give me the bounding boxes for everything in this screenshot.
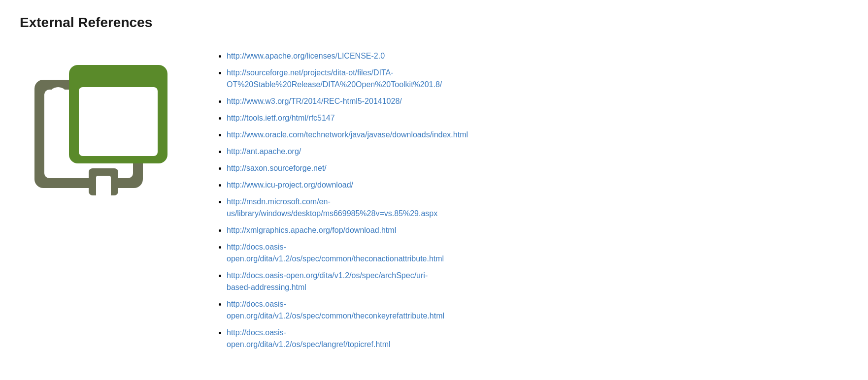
- content-area: http://www.apache.org/licenses/LICENSE-2…: [20, 45, 848, 355]
- list-item: http://docs.oasis-open.org/dita/v1.2/os/…: [227, 241, 848, 265]
- link-ietf-rfc5147[interactable]: http://tools.ietf.org/html/rfc5147: [227, 114, 335, 122]
- list-item: http://sourceforge.net/projects/dita-ot/…: [227, 67, 848, 91]
- links-list-container: http://www.apache.org/licenses/LICENSE-2…: [217, 45, 848, 355]
- dita-icon: [25, 50, 182, 208]
- list-item: http://tools.ietf.org/html/rfc5147: [227, 112, 848, 124]
- link-oasis-topicref[interactable]: http://docs.oasis-open.org/dita/v1.2/os/…: [227, 328, 391, 348]
- link-sourceforge-dita[interactable]: http://sourceforge.net/projects/dita-ot/…: [227, 68, 442, 89]
- link-oasis-conkeyref[interactable]: http://docs.oasis-open.org/dita/v1.2/os/…: [227, 300, 444, 320]
- list-item: http://www.apache.org/licenses/LICENSE-2…: [227, 50, 848, 62]
- page-title: External References: [20, 15, 848, 31]
- link-saxon[interactable]: http://saxon.sourceforge.net/: [227, 164, 327, 172]
- external-links-list: http://www.apache.org/licenses/LICENSE-2…: [217, 50, 848, 350]
- list-item: http://ant.apache.org/: [227, 146, 848, 158]
- link-ant-apache[interactable]: http://ant.apache.org/: [227, 147, 301, 156]
- list-item: http://docs.oasis-open.org/dita/v1.2/os/…: [227, 298, 848, 322]
- icon-container: [20, 45, 187, 213]
- link-oasis-conaction[interactable]: http://docs.oasis-open.org/dita/v1.2/os/…: [227, 243, 444, 263]
- link-xmlgraphics[interactable]: http://xmlgraphics.apache.org/fop/downlo…: [227, 226, 396, 234]
- link-oasis-uri-addressing[interactable]: http://docs.oasis-open.org/dita/v1.2/os/…: [227, 271, 428, 291]
- link-icu-project[interactable]: http://www.icu-project.org/download/: [227, 181, 353, 189]
- list-item: http://www.icu-project.org/download/: [227, 179, 848, 191]
- list-item: http://www.w3.org/TR/2014/REC-html5-2014…: [227, 95, 848, 107]
- svg-point-2: [48, 87, 68, 107]
- list-item: http://docs.oasis-open.org/dita/v1.2/os/…: [227, 327, 848, 350]
- list-item: http://www.oracle.com/technetwork/java/j…: [227, 129, 848, 141]
- link-msdn[interactable]: http://msdn.microsoft.com/en-us/library/…: [227, 197, 437, 218]
- list-item: http://docs.oasis-open.org/dita/v1.2/os/…: [227, 270, 848, 293]
- link-w3c-html5[interactable]: http://www.w3.org/TR/2014/REC-html5-2014…: [227, 97, 402, 105]
- svg-rect-7: [96, 176, 111, 198]
- list-item: http://xmlgraphics.apache.org/fop/downlo…: [227, 224, 848, 236]
- link-oracle-java[interactable]: http://www.oracle.com/technetwork/java/j…: [227, 130, 468, 139]
- list-item: http://saxon.sourceforge.net/: [227, 162, 848, 174]
- link-apache-license[interactable]: http://www.apache.org/licenses/LICENSE-2…: [227, 52, 385, 60]
- svg-rect-5: [79, 87, 158, 156]
- list-item: http://msdn.microsoft.com/en-us/library/…: [227, 196, 848, 220]
